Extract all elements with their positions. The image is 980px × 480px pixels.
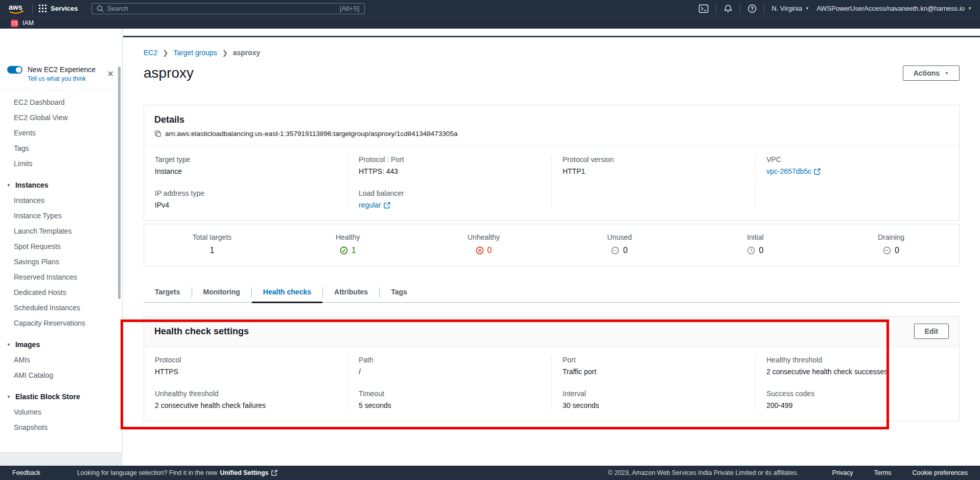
sidebar-item-volumes[interactable]: Volumes [0,404,122,420]
health-check-column: Port Traffic port Interval 30 seconds [551,356,755,409]
new-experience-label: New EC2 Experience [28,65,96,74]
summary-value: 0 [895,246,899,255]
field-value: HTTP1 [563,167,744,175]
summary-value: 0 [759,246,763,255]
field-value: 200-499 [766,401,948,409]
sidebar-item-reserved-instances[interactable]: Reserved Instances [0,269,122,285]
summary-label: Total targets [144,233,280,241]
load-balancer-link[interactable]: regular [359,201,390,209]
sidebar-item-amis[interactable]: AMIs [0,352,122,368]
tab-attributes[interactable]: Attributes [323,283,379,302]
actions-button[interactable]: Actions ▼ [903,65,960,81]
chevron-down-icon: ▼ [968,6,972,11]
field-label: Protocol : Port [359,155,541,164]
unified-settings-link[interactable]: Unified Settings [220,469,268,476]
feedback-link[interactable]: Feedback [12,469,40,476]
breadcrumb-link-ec2[interactable]: EC2 [144,49,157,57]
summary-unhealthy: Unhealthy 0 [416,233,552,255]
sidebar-section-label: Images [15,340,40,349]
breadcrumb: EC2 ❯ Target groups ❯ asproxy [144,49,960,57]
close-icon[interactable]: ✕ [107,70,114,78]
external-link-icon [384,202,390,209]
sidebar-item-snapshots[interactable]: Snapshots [0,420,122,435]
sidebar-section-instances[interactable]: ▼ Instances [0,177,122,193]
iam-service-icon [11,19,18,27]
sidebar-item-tags[interactable]: Tags [0,141,122,156]
sidebar-item-capacity-reservations[interactable]: Capacity Reservations [0,315,122,331]
sidebar-section-label: Instances [15,181,49,189]
breadcrumb-separator: ❯ [162,49,168,57]
vpc-link[interactable]: vpc-2657db5c [766,167,821,175]
services-menu-button[interactable]: Services [39,5,78,12]
sidebar-item-dedicated-hosts[interactable]: Dedicated Hosts [0,285,122,300]
tab-health-checks[interactable]: Health checks [252,283,322,302]
cookie-preferences-link[interactable]: Cookie preferences [913,469,968,476]
recent-services-bar: IAM [0,17,980,29]
page-title: asproxy [144,65,194,81]
field-value: Traffic port [563,368,744,376]
field-value: 5 seconds [359,401,541,409]
tab-targets[interactable]: Targets [144,283,192,302]
terms-link[interactable]: Terms [874,469,892,476]
sidebar-item-scheduled-instances[interactable]: Scheduled Instances [0,300,122,315]
breadcrumb-link-target-groups[interactable]: Target groups [173,49,217,57]
copy-icon[interactable] [154,130,161,138]
minus-circle-icon [883,246,891,255]
field-label: Interval [563,390,744,398]
sidebar-item-instance-types[interactable]: Instance Types [0,208,122,223]
region-label: N. Virginia [772,5,802,12]
global-search-box[interactable]: [Alt+S] [91,3,365,14]
cloudshell-button[interactable] [698,4,709,13]
field-value: HTTPS [155,368,337,376]
sidebar-item-instances[interactable]: Instances [0,193,122,208]
services-label: Services [51,5,78,12]
field-label: Protocol version [563,155,744,164]
topbar-right-cluster: ? N. Virginia ▼ AWSPowerUserAccess/navan… [698,4,972,14]
details-column: Target type Instance IP address type IPv… [144,155,347,209]
sidebar-item-ami-catalog[interactable]: AMI Catalog [0,368,122,383]
sidebar-item-events[interactable]: Events [0,125,122,141]
sidebar-item-ec2-dashboard[interactable]: EC2 Dashboard [0,95,122,110]
summary-label: Unhealthy [416,233,552,241]
ellipsis-circle-icon [611,246,619,255]
target-group-arn: arn:aws:elasticloadbalancing:us-east-1:3… [165,130,457,138]
sidebar-item-spot-requests[interactable]: Spot Requests [0,239,122,254]
external-link-icon [271,470,277,476]
sidebar-section-images[interactable]: ▼ Images [0,337,122,352]
sidebar-item-ec2-global-view[interactable]: EC2 Global View [0,110,122,125]
account-menu[interactable]: AWSPowerUserAccess/navaneeth.kn@harness.… [816,5,972,12]
aws-logo[interactable]: aws [8,3,26,14]
tab-monitoring[interactable]: Monitoring [192,283,251,302]
search-shortcut-hint: [Alt+S] [340,5,360,12]
field-value: IPv4 [155,201,337,209]
new-experience-toggle[interactable] [7,66,22,74]
svg-text:aws: aws [9,3,22,11]
sidebar-item-limits[interactable]: Limits [0,156,122,171]
topbar-divider [32,4,33,14]
recent-service-link-iam[interactable]: IAM [22,19,34,27]
edit-button[interactable]: Edit [914,324,949,339]
cloudshell-terminal-icon [698,4,709,13]
privacy-link[interactable]: Privacy [832,469,853,476]
search-input[interactable] [107,5,336,12]
help-button[interactable]: ? [748,4,757,13]
actions-button-label: Actions [914,69,940,77]
tell-us-link[interactable]: Tell us what you think [28,75,86,82]
breadcrumb-current: asproxy [233,49,261,57]
triangle-down-icon: ▼ [7,183,11,188]
sidebar-section-elastic-block-store[interactable]: ▼ Elastic Block Store [0,389,122,404]
health-check-settings-title: Health check settings [154,326,249,337]
sidebar-item-launch-templates[interactable]: Launch Templates [0,223,122,239]
top-navigation-bar: aws Services [Alt+S] [0,0,980,17]
notifications-button[interactable] [724,4,733,13]
sidebar-scrollbar[interactable] [118,66,121,299]
new-experience-box: New EC2 Experience Tell us what you thin… [0,65,122,90]
account-label: AWSPowerUserAccess/navaneeth.kn@harness.… [816,5,965,12]
field-label: Timeout [359,390,541,398]
field-label: Port [563,356,744,364]
sidebar-item-savings-plans[interactable]: Savings Plans [0,254,122,269]
summary-healthy: Healthy 1 [280,233,416,255]
tab-tags[interactable]: Tags [380,283,418,302]
summary-total-targets: Total targets 1 [144,233,280,255]
region-selector[interactable]: N. Virginia ▼ [772,5,809,12]
